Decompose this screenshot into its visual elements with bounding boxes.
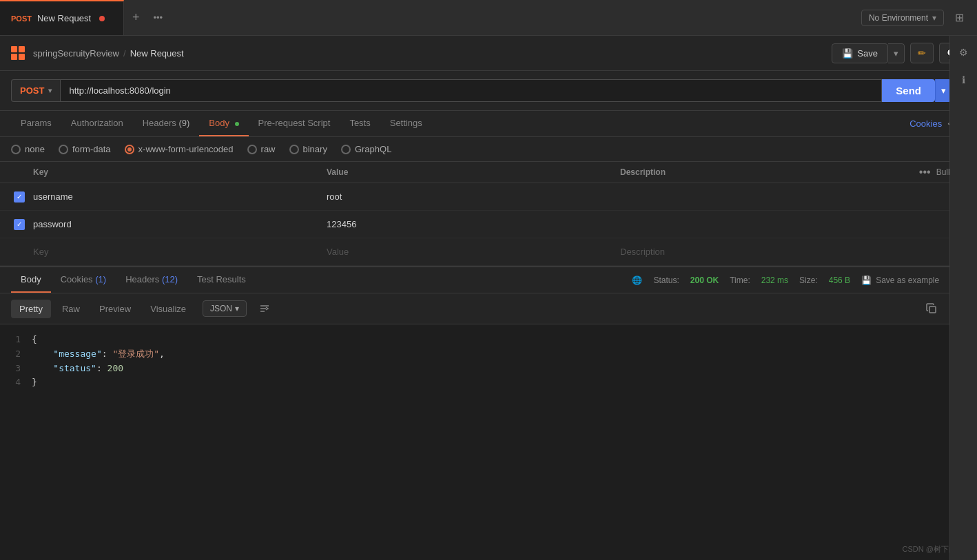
radio-graphql-icon xyxy=(341,145,351,154)
empty-value[interactable]: Value xyxy=(321,241,615,262)
size-label: Size: xyxy=(799,276,818,285)
right-panel-icon[interactable]: ⊞ xyxy=(949,8,969,28)
save-label: Save xyxy=(857,48,878,59)
radio-urlencoded-icon xyxy=(125,145,134,154)
tab-headers[interactable]: Headers (9) xyxy=(133,111,200,136)
sidebar-icon-settings[interactable]: ⚙ xyxy=(953,41,975,63)
row2-value[interactable]: 123456 xyxy=(321,214,615,235)
environment-selector[interactable]: No Environment ▾ xyxy=(861,10,944,26)
url-input[interactable] xyxy=(60,79,882,102)
line-numbers-col: 1 2 3 4 xyxy=(11,333,32,390)
row1-key[interactable]: username xyxy=(28,186,321,207)
code-block: 1 2 3 4 { "message": "登录成功", "status": 2… xyxy=(11,333,966,390)
send-button[interactable]: Send xyxy=(882,79,935,102)
breadcrumb-current: New Request xyxy=(130,48,184,59)
tab-bar: POST New Request + ••• No Environment ▾ … xyxy=(0,0,977,36)
body-type-binary[interactable]: binary xyxy=(289,144,327,154)
response-view-tabs: Pretty Raw Preview Visualize JSON ▾ xyxy=(0,293,977,324)
status-value: 200 OK xyxy=(690,276,719,285)
svg-rect-3 xyxy=(929,307,936,313)
copy-button[interactable] xyxy=(922,299,941,318)
json-line-2: "message": "登录成功", xyxy=(32,347,966,362)
save-dropdown-button[interactable]: ▾ xyxy=(888,43,905,63)
time-value: 232 ms xyxy=(761,276,788,285)
view-tab-preview[interactable]: Preview xyxy=(91,300,139,318)
body-type-urlencoded[interactable]: x-www-form-urlencoded xyxy=(125,144,234,154)
right-sidebar: ⚙ ℹ xyxy=(949,36,977,560)
body-type-none[interactable]: none xyxy=(11,144,45,154)
format-label: JSON xyxy=(210,304,232,313)
view-tab-visualize[interactable]: Visualize xyxy=(142,300,194,318)
edit-button[interactable]: ✏ xyxy=(910,43,934,63)
tab-settings[interactable]: Settings xyxy=(380,111,432,136)
view-tab-pretty[interactable]: Pretty xyxy=(11,300,51,318)
tab-params[interactable]: Params xyxy=(11,111,61,136)
save-button[interactable]: 💾 Save xyxy=(832,43,888,63)
copy-icon xyxy=(926,303,937,314)
cookies-link[interactable]: Cookies xyxy=(909,112,942,136)
add-tab-button[interactable]: + xyxy=(124,0,148,35)
response-section: Body Cookies (1) Headers (12) Test Resul… xyxy=(0,266,977,560)
body-type-form-data[interactable]: form-data xyxy=(59,144,111,154)
row2-desc[interactable] xyxy=(615,219,908,230)
radio-binary-icon xyxy=(289,145,299,154)
breadcrumb: springSecruityReview / New Request xyxy=(33,48,184,59)
format-selector[interactable]: JSON ▾ xyxy=(203,300,247,317)
resp-tab-cookies[interactable]: Cookies (1) xyxy=(51,267,116,293)
row2-key[interactable]: password xyxy=(28,214,321,235)
tab-authorization[interactable]: Authorization xyxy=(61,111,133,136)
size-value: 456 B xyxy=(829,276,850,285)
tab-title: New Request xyxy=(37,13,91,23)
breadcrumb-separator: / xyxy=(123,48,126,59)
sidebar-icon-info[interactable]: ℹ xyxy=(953,69,975,91)
tab-body[interactable]: Body xyxy=(199,111,248,136)
table-row-empty: Key Value Description xyxy=(0,238,977,266)
response-meta: 🌐 Status: 200 OK Time: 232 ms Size: 456 … xyxy=(632,274,966,287)
resp-tab-body[interactable]: Body xyxy=(11,267,51,293)
method-selector[interactable]: POST ▾ xyxy=(11,79,60,102)
request-tabs: Params Authorization Headers (9) Body Pr… xyxy=(0,111,977,137)
active-tab[interactable]: POST New Request xyxy=(0,0,124,35)
row2-checkbox[interactable] xyxy=(14,219,25,230)
json-line-4: } xyxy=(32,375,966,390)
send-label: Send xyxy=(896,85,921,96)
response-body: 1 2 3 4 { "message": "登录成功", "status": 2… xyxy=(0,324,977,560)
save-icon: 💾 xyxy=(861,276,872,285)
row1-checkbox[interactable] xyxy=(14,191,25,203)
table-row: password 123456 xyxy=(0,211,977,238)
table-row: username root xyxy=(0,183,977,211)
wrap-lines-button[interactable] xyxy=(255,299,274,318)
more-dots-icon[interactable]: ••• xyxy=(919,166,931,178)
env-label: No Environment xyxy=(869,13,928,23)
format-chevron-icon: ▾ xyxy=(235,304,239,313)
body-type-graphql[interactable]: GraphQL xyxy=(341,144,391,154)
save-icon: 💾 xyxy=(842,48,853,59)
tab-method: POST xyxy=(11,14,32,23)
row1-desc[interactable] xyxy=(615,191,908,203)
empty-desc[interactable]: Description xyxy=(615,241,908,262)
chevron-down-icon: ▾ xyxy=(932,13,936,23)
resp-tab-test-results[interactable]: Test Results xyxy=(187,267,256,293)
collection-icon xyxy=(11,46,25,60)
params-table: Key Value Description ••• Bulk Edit user… xyxy=(0,162,977,266)
view-tab-raw[interactable]: Raw xyxy=(54,300,88,318)
empty-key[interactable]: Key xyxy=(28,241,321,262)
status-label: Status: xyxy=(653,276,679,285)
key-col-header: Key xyxy=(28,167,321,177)
radio-raw-icon xyxy=(247,145,257,154)
code-content-col: { "message": "登录成功", "status": 200 } xyxy=(32,333,966,390)
body-type-raw[interactable]: raw xyxy=(247,144,276,154)
save-as-example-button[interactable]: 💾 Save as example xyxy=(861,276,939,285)
desc-col-header: Description xyxy=(615,167,908,177)
params-table-header: Key Value Description ••• Bulk Edit xyxy=(0,162,977,183)
json-line-1: { xyxy=(32,333,966,347)
time-label: Time: xyxy=(730,276,750,285)
wrap-icon xyxy=(259,303,270,314)
tab-more-button[interactable]: ••• xyxy=(148,0,169,35)
resp-tab-headers[interactable]: Headers (12) xyxy=(116,267,187,293)
value-col-header: Value xyxy=(321,167,615,177)
tab-pre-request[interactable]: Pre-request Script xyxy=(249,111,340,136)
row1-value[interactable]: root xyxy=(321,186,615,207)
tab-tests[interactable]: Tests xyxy=(340,111,380,136)
tab-unsaved-dot xyxy=(99,16,105,21)
